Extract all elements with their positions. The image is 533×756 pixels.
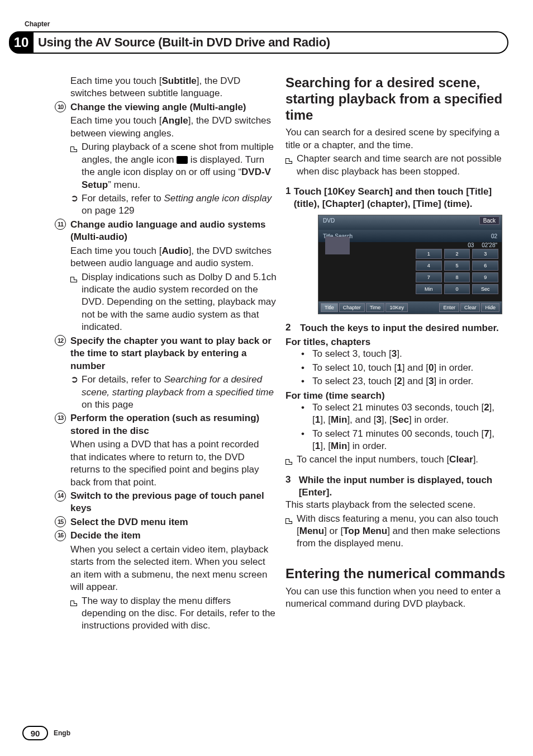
scr-enter: Enter <box>439 303 459 312</box>
chapter-title: Using the AV Source (Built-in DVD Drive … <box>38 35 330 50</box>
scr-key-3: 3 <box>472 249 498 259</box>
circled-number-10: 10 <box>55 101 66 112</box>
step-3: 3 While the input number is displayed, t… <box>285 474 507 499</box>
tc-bullet-2: •To select 10, touch [1] and [0] in orde… <box>285 362 507 374</box>
tc-bullet-3: •To select 23, touch [2] and [3] in orde… <box>285 375 507 388</box>
list-item-16: 16 Decide the item <box>55 530 277 543</box>
scr-tab-10key: 10Key <box>386 303 408 312</box>
item-10-head: Change the viewing angle (Multi-angle) <box>70 101 277 114</box>
step-2: 2 Touch the keys to input the desired nu… <box>285 322 507 334</box>
tc-bullet-1: •To select 3, touch [3]. <box>285 348 507 360</box>
step3-body: This starts playback from the selected s… <box>285 499 507 511</box>
lang-label: Engb <box>54 729 70 737</box>
scr-tab-time: Time <box>366 303 385 312</box>
footer: 90 Engb <box>22 726 70 740</box>
scr-key-min: Min <box>416 284 442 294</box>
item-10-subbullet: During playback of a scene shot from mul… <box>55 141 277 191</box>
scr-counter-02: 02 <box>491 233 497 239</box>
item-13-head: Perform the operation (such as resuming)… <box>70 412 277 437</box>
scr-thumbnail <box>325 237 350 254</box>
xref-icon: ➲ <box>70 374 82 386</box>
scr-back-button: Back <box>479 216 499 225</box>
item-12-head: Specify the chapter you want to play bac… <box>70 335 277 372</box>
time-cancel-note: To cancel the input numbers, touch [Clea… <box>285 453 507 466</box>
scr-hide: Hide <box>481 303 499 312</box>
item-16-body: When you select a certain video item, pl… <box>55 544 277 594</box>
scr-keypad: 1 2 3 4 5 6 7 8 9 Min <box>416 249 498 296</box>
section-heading-search: Searching for a desired scene, starting … <box>285 75 507 123</box>
circled-number-16: 16 <box>55 530 66 541</box>
item-11-head: Change audio language and audio systems … <box>70 219 277 244</box>
circled-number-14: 14 <box>55 490 66 502</box>
scr-key-7: 7 <box>416 272 442 282</box>
note-icon <box>285 518 292 524</box>
item-16-head: Decide the item <box>70 530 277 542</box>
item-10-xref: ➲ For details, refer to Setting angle ic… <box>55 192 277 218</box>
note-icon <box>70 277 77 282</box>
angle-icon <box>177 156 188 164</box>
scr-key-1: 1 <box>416 249 442 259</box>
right-column: Searching for a desired scene, starting … <box>281 75 507 634</box>
step-1: 1 Touch [10Key Search] and then touch [T… <box>285 186 507 210</box>
list-item-10: 10 Change the viewing angle (Multi-angle… <box>55 101 277 115</box>
item-13-body: When using a DVD that has a point record… <box>55 438 277 489</box>
note-icon <box>70 601 77 606</box>
note-icon <box>285 158 292 164</box>
item-10-body: Each time you touch [Angle], the DVD swi… <box>55 115 277 140</box>
device-screenshot: DVD 09:45 Back Title Search 02 03 02'28" <box>318 215 502 314</box>
scr-key-9: 9 <box>472 272 498 282</box>
chapter-header: 10 Using the AV Source (Built-in DVD Dri… <box>0 31 533 54</box>
search-note: Chapter search and time search are not p… <box>285 153 507 178</box>
item-11-body: Each time you touch [Audio], the DVD swi… <box>55 245 277 270</box>
time-bullet-1: •To select 21 minutes 03 seconds, touch … <box>285 401 507 427</box>
chapter-title-container: Using the AV Source (Built-in DVD Drive … <box>32 31 508 54</box>
note-icon <box>285 459 292 465</box>
scr-duration: 02'28" <box>482 242 497 248</box>
sub-time-search: For time (time search) <box>285 390 507 401</box>
scr-tab-chapter: Chapter <box>339 303 365 312</box>
scr-key-6: 6 <box>472 261 498 271</box>
item-15-head: Select the DVD menu item <box>70 516 277 528</box>
scr-key-4: 4 <box>416 261 442 271</box>
scr-key-0: 0 <box>444 284 470 294</box>
page-number: 90 <box>22 726 48 740</box>
left-column: Each time you touch [Subtitle], the DVD … <box>22 75 281 634</box>
circled-number-11: 11 <box>55 219 66 230</box>
note-icon <box>70 147 77 152</box>
section-heading-numerical: Entering the numerical commands <box>285 566 507 582</box>
xref-icon: ➲ <box>70 192 82 205</box>
numerical-body: You can use this function when you need … <box>285 585 507 611</box>
chapter-number: 10 <box>9 31 34 54</box>
item-11-subbullet: Display indications such as Dolby D and … <box>55 271 277 334</box>
item-16-subbullet: The way to display the menu differs depe… <box>55 595 277 632</box>
page: Chapter 10 Using the AV Source (Built-in… <box>0 0 533 756</box>
circled-number-12: 12 <box>55 335 66 346</box>
scr-clear: Clear <box>460 303 480 312</box>
scr-dvd-label: DVD <box>323 218 335 228</box>
scr-key-5: 5 <box>444 261 470 271</box>
list-item-11: 11 Change audio language and audio syste… <box>55 219 277 245</box>
scr-key-2: 2 <box>444 249 470 259</box>
content-columns: Each time you touch [Subtitle], the DVD … <box>22 75 507 634</box>
list-item-15: 15 Select the DVD menu item <box>55 516 277 530</box>
item-12-xref: ➲ For details, refer to Searching for a … <box>55 374 277 411</box>
step3-note: With discs featuring a menu, you can als… <box>285 513 507 550</box>
list-item-13: 13 Perform the operation (such as resumi… <box>55 412 277 438</box>
list-item-14: 14 Switch to the previous page of touch … <box>55 490 277 516</box>
sub-titles-chapters: For titles, chapters <box>285 337 507 348</box>
scr-counter-03: 03 <box>468 242 474 248</box>
scr-tab-title: Title <box>321 303 338 312</box>
item-14-head: Switch to the previous page of touch pan… <box>70 490 277 515</box>
chapter-label: Chapter <box>25 20 50 28</box>
scr-key-8: 8 <box>444 272 470 282</box>
time-bullet-2: •To select 71 minutes 00 seconds, touch … <box>285 428 507 453</box>
circled-number-13: 13 <box>55 413 66 424</box>
circled-number-15: 15 <box>55 516 66 527</box>
search-intro: You can search for a desired scene by sp… <box>285 126 507 152</box>
list-item-12: 12 Specify the chapter you want to play … <box>55 335 277 374</box>
scr-key-sec: Sec <box>472 284 498 294</box>
subtitle-continuation: Each time you touch [Subtitle], the DVD … <box>55 75 277 100</box>
